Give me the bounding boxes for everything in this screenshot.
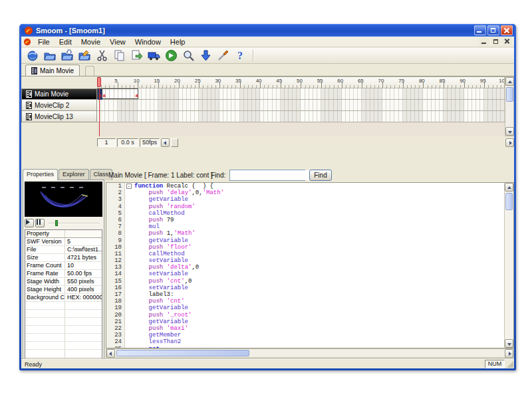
- property-value: 50.00 fps: [65, 270, 102, 277]
- movieclip-icon: [26, 113, 32, 120]
- paste-button[interactable]: [128, 49, 145, 63]
- layer-item-main-movie[interactable]: Main Movie: [21, 88, 97, 100]
- cut-button[interactable]: [93, 49, 110, 63]
- mdi-minimize-button[interactable]: [479, 37, 489, 46]
- code-line-1: 1-function Recalc ( ) {: [106, 183, 513, 190]
- code-line-24: 24 lessThan2: [106, 338, 513, 345]
- menu-item-help[interactable]: Help: [166, 37, 190, 47]
- folder-edit-button[interactable]: [76, 49, 93, 63]
- slider-thumb[interactable]: [55, 220, 58, 226]
- scroll-right-button[interactable]: [505, 349, 513, 358]
- code-line-23: 23 getMember: [106, 332, 513, 338]
- fold-margin: [125, 338, 134, 345]
- panel-body: PropertySWF Version5FileC:\swf\test1...S…: [23, 180, 104, 368]
- scroll-left-button[interactable]: [106, 349, 115, 358]
- property-row-stage-width[interactable]: Stage Width550 pixels: [25, 278, 102, 286]
- timeline-scroll-stub: [171, 138, 178, 147]
- help-button[interactable]: ?: [231, 49, 249, 63]
- menu-item-window[interactable]: Window: [130, 37, 166, 47]
- truck-export-button[interactable]: [145, 49, 162, 63]
- mdi-close-button[interactable]: [502, 37, 512, 46]
- fold-margin: [125, 305, 134, 311]
- copy-button[interactable]: [110, 49, 128, 63]
- property-row-size[interactable]: Size4721 bytes: [25, 254, 102, 262]
- property-row-file[interactable]: FileC:\swf\test1...: [25, 246, 102, 254]
- preview-slider[interactable]: [49, 219, 100, 227]
- code-line-6: 6 push 79: [106, 217, 513, 223]
- mdi-restore-button[interactable]: [491, 37, 501, 46]
- find-label: Find:: [211, 172, 225, 179]
- globe-new-icon: [27, 49, 39, 62]
- frame-row-1[interactable]: aaa: [97, 88, 505, 100]
- download-button[interactable]: [197, 49, 214, 63]
- code-line-16: 16 setVariable: [106, 285, 513, 291]
- line-number: 2: [106, 190, 125, 196]
- document-tab-main-movie[interactable]: Main Movie: [25, 65, 80, 76]
- restore-button[interactable]: [487, 25, 499, 35]
- find-button[interactable]: Find: [309, 170, 332, 181]
- scroll-thumb[interactable]: [505, 193, 513, 210]
- frame-row-2[interactable]: [97, 100, 505, 111]
- filled-frames-span: aaa: [97, 88, 138, 99]
- menu-item-view[interactable]: View: [105, 37, 130, 47]
- close-button[interactable]: [501, 25, 513, 35]
- scroll-thumb[interactable]: [116, 350, 249, 356]
- fold-margin: [125, 264, 134, 271]
- code-line-8: 8 push 1,'Math': [106, 230, 513, 237]
- app-icon: [24, 26, 33, 35]
- restore-icon: [491, 28, 495, 33]
- tab-explorer[interactable]: Explorer: [59, 169, 89, 180]
- globe-new-button[interactable]: [24, 49, 41, 63]
- code-line-20: 20 push '_root': [106, 312, 513, 319]
- go-play-icon: [165, 49, 178, 62]
- tab-properties[interactable]: Properties: [23, 169, 58, 180]
- property-row-swf-version[interactable]: SWF Version5: [25, 238, 102, 246]
- folder-import-button[interactable]: [59, 49, 76, 63]
- fold-margin: [125, 237, 134, 244]
- scroll-up-button[interactable]: [505, 183, 513, 192]
- fold-margin: [125, 319, 134, 325]
- go-play-button[interactable]: [162, 49, 180, 63]
- magnifier-button[interactable]: [180, 49, 197, 63]
- scroll-thumb[interactable]: [506, 87, 513, 102]
- fold-margin: [125, 257, 134, 264]
- property-row-stage-height[interactable]: Stage Height400 pixels: [25, 286, 102, 294]
- line-number: 10: [106, 244, 125, 251]
- property-row-background-c-[interactable]: Background C...HEX: 000000: [25, 294, 102, 302]
- action-frame-marker: a: [103, 93, 106, 98]
- line-number: 5: [106, 210, 125, 217]
- frame-row-3[interactable]: [97, 111, 505, 122]
- title-bar[interactable]: Smoom - [Smoom1]: [21, 24, 514, 37]
- fps-indicator: 50fps: [140, 138, 160, 147]
- tools-button[interactable]: [214, 49, 231, 63]
- timeline-scroll-left-button[interactable]: [161, 138, 170, 147]
- layer-item-movieclip-13[interactable]: MovieClip 13: [21, 111, 97, 122]
- property-row-frame-count[interactable]: Frame Count10: [25, 262, 102, 270]
- pause-button[interactable]: [35, 219, 45, 227]
- timeline-ruler[interactable]: 5101520253035404550556065707580859095100: [97, 76, 505, 88]
- menu-item-file[interactable]: File: [33, 37, 55, 47]
- resize-grip[interactable]: [507, 361, 513, 368]
- code-text: getVariable: [134, 305, 513, 311]
- scroll-down-button[interactable]: [505, 339, 513, 348]
- timeline-scroll-right-button[interactable]: [505, 138, 514, 147]
- find-input[interactable]: [230, 170, 321, 180]
- menu-item-movie[interactable]: Movie: [76, 37, 105, 47]
- minimize-button[interactable]: [474, 25, 486, 35]
- arrow-up-icon: [508, 80, 512, 83]
- code-text: push 1,'Math': [134, 230, 513, 237]
- scroll-up-button[interactable]: [505, 77, 514, 86]
- menu-item-edit[interactable]: Edit: [55, 37, 76, 47]
- code-editor[interactable]: 1-function Recalc ( ) {2 push 'delay',0,…: [106, 182, 514, 348]
- property-row-frame-rate[interactable]: Frame Rate50.00 fps: [25, 270, 102, 278]
- line-number: 7: [106, 223, 125, 230]
- layer-item-movieclip-2[interactable]: MovieClip 2: [21, 100, 97, 111]
- scroll-down-button[interactable]: [505, 127, 514, 136]
- play-button[interactable]: [25, 219, 34, 227]
- folder-open-button[interactable]: [41, 49, 59, 63]
- fold-toggle[interactable]: -: [126, 184, 132, 189]
- code-header: Main Movie [ Frame: 1 Label: cont ] Find…: [106, 169, 514, 182]
- playhead-handle[interactable]: [97, 77, 101, 87]
- line-number: 3: [106, 196, 125, 203]
- download-icon: [200, 49, 212, 62]
